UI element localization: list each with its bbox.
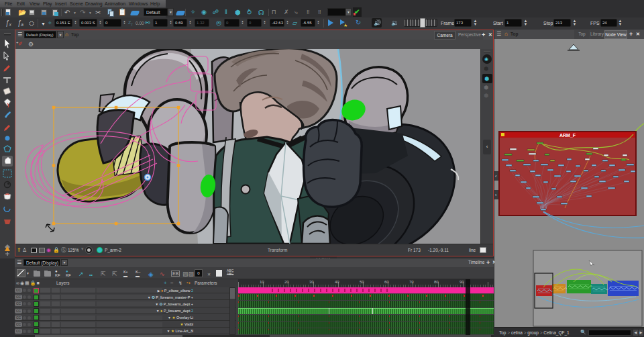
svg-text:ARM_F: ARM_F bbox=[559, 133, 576, 138]
